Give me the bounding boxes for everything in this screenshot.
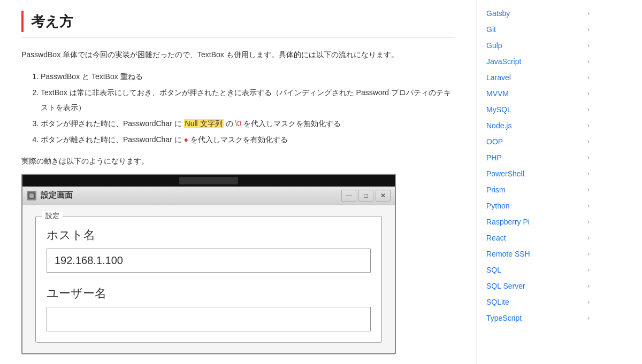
close-button[interactable]: ✕ <box>376 190 391 202</box>
sidebar-item[interactable]: SQL› <box>477 262 599 278</box>
sidebar-item-arrow: › <box>587 154 590 161</box>
sidebar-item-label: SQLite <box>486 298 509 306</box>
sidebar-item[interactable]: SQL Server› <box>477 278 599 294</box>
list-item: PasswdBox と TextBox 重ねる <box>41 69 455 84</box>
hostname-input[interactable] <box>47 249 371 273</box>
sidebar-item-arrow: › <box>587 90 590 97</box>
intro-text: PasswdBox 単体では今回の実装が困難だったので、TextBox も併用し… <box>21 49 455 61</box>
sidebar-item[interactable]: Raspberry Pi› <box>477 214 599 230</box>
sidebar-item[interactable]: MySQL› <box>477 102 599 118</box>
taskbar-bar <box>22 175 395 187</box>
svg-rect-1 <box>29 193 34 198</box>
dialog-window-controls: — □ ✕ <box>341 190 391 202</box>
sidebar-item-arrow: › <box>587 314 590 322</box>
list-item: TextBox は常に非表示にしておき、ボタンが押されたときに表示する（バインデ… <box>41 85 455 115</box>
sidebar-item-arrow: › <box>587 250 590 258</box>
sidebar-item[interactable]: Prism› <box>477 182 599 198</box>
step4-dot: ● <box>184 135 188 144</box>
sidebar-item-label: TypeScript <box>486 314 522 322</box>
sidebar-items-container: Gatsby›Git›Gulp›JavaScript›Laravel›MVVM›… <box>477 5 599 326</box>
sidebar-item-label: PowerShell <box>486 169 524 178</box>
step1-text: PasswdBox と TextBox 重ねる <box>41 72 143 81</box>
sidebar-item[interactable]: JavaScript› <box>477 53 599 69</box>
sidebar-item-arrow: › <box>587 26 590 33</box>
sidebar-item-label: SQL Server <box>486 282 525 290</box>
list-item: ボタンが離された時に、PasswordChar に ● を代入しマスクを有効化す… <box>41 132 455 147</box>
sidebar-item[interactable]: Node.js› <box>477 118 599 134</box>
sidebar-item-label: PHP <box>486 153 502 162</box>
sidebar-item-label: OOP <box>486 137 503 146</box>
step3-after: を代入しマスクを無効化する <box>243 119 341 128</box>
sidebar-item-arrow: › <box>587 10 590 17</box>
list-item: ボタンが押された時に、PasswordChar に Null 文字列 の \0 … <box>41 116 455 131</box>
sidebar-item-label: Prism <box>486 185 506 194</box>
dialog-mockup: 設定画面 — □ ✕ 設定 ホスト名 ユーザー名 <box>21 174 396 354</box>
sidebar-item-arrow: › <box>587 202 590 210</box>
sidebar-item-label: React <box>486 234 506 242</box>
sidebar-item[interactable]: OOP› <box>477 134 599 150</box>
sidebar-item-label: Laravel <box>486 73 511 82</box>
sidebar-item-arrow: › <box>587 74 590 81</box>
dialog-title: 設定画面 <box>41 190 341 200</box>
sidebar-item[interactable]: React› <box>477 230 599 246</box>
step4-before: ボタンが離された時に、PasswordChar に <box>41 135 182 144</box>
sidebar-item[interactable]: Remote SSH› <box>477 246 599 262</box>
heading-border-decoration <box>21 11 24 32</box>
sidebar-item[interactable]: PHP› <box>477 150 599 166</box>
sidebar-item[interactable]: Gatsby› <box>477 5 599 21</box>
fieldset-legend: 設定 <box>42 211 63 221</box>
dialog-titlebar: 設定画面 — □ ✕ <box>22 187 395 205</box>
hostname-label: ホスト名 <box>47 227 371 243</box>
sidebar-item[interactable]: Laravel› <box>477 69 599 86</box>
taskbar-thumb <box>179 177 238 184</box>
sidebar-item-arrow: › <box>587 266 590 274</box>
sidebar-item[interactable]: Git› <box>477 21 599 37</box>
step3-null-highlight: Null 文字列 <box>184 119 224 128</box>
step2-text: TextBox は常に非表示にしておき、ボタンが押されたときに表示する（バインデ… <box>41 88 451 112</box>
sidebar-item-arrow: › <box>587 282 590 290</box>
settings-fieldset: 設定 ホスト名 ユーザー名 <box>35 216 382 343</box>
sidebar-item-label: Node.js <box>486 121 511 130</box>
sidebar-item[interactable]: PowerShell› <box>477 166 599 182</box>
sidebar-item-arrow: › <box>587 298 590 306</box>
sidebar-item[interactable]: Gulp› <box>477 37 599 53</box>
sidebar-item[interactable]: TypeScript› <box>477 310 599 326</box>
sidebar-item-label: JavaScript <box>486 57 521 66</box>
minimize-button[interactable]: — <box>341 190 356 202</box>
section-heading: 考え方 <box>31 12 73 31</box>
step3-before: ボタンが押された時に、PasswordChar に <box>41 119 182 128</box>
sidebar-item-label: MySQL <box>486 105 511 114</box>
sidebar-item-arrow: › <box>587 106 590 113</box>
sidebar-item-label: Gulp <box>486 41 502 50</box>
sidebar-item-arrow: › <box>587 58 590 65</box>
step3-code: \0 <box>235 119 241 128</box>
sidebar-item[interactable]: MVVM› <box>477 86 599 102</box>
username-label: ユーザー名 <box>47 285 371 301</box>
steps-list: PasswdBox と TextBox 重ねる TextBox は常に非表示にし… <box>21 69 455 147</box>
main-content: 考え方 PasswdBox 単体では今回の実装が困難だったので、TextBox … <box>0 0 476 364</box>
sidebar-item[interactable]: SQLite› <box>477 294 599 310</box>
dialog-body: 設定 ホスト名 ユーザー名 <box>22 205 395 353</box>
demo-text: 実際の動きは以下のようになります。 <box>21 157 455 166</box>
sidebar-item-arrow: › <box>587 186 590 193</box>
sidebar-item-arrow: › <box>587 170 590 177</box>
sidebar-item-arrow: › <box>587 42 590 49</box>
sidebar-item-label: MVVM <box>486 89 509 98</box>
sidebar-item-label: Git <box>486 25 496 34</box>
sidebar-item[interactable]: Python› <box>477 198 599 214</box>
section-heading-wrapper: 考え方 <box>21 11 455 38</box>
maximize-button[interactable]: □ <box>358 190 373 202</box>
sidebar-item-label: Gatsby <box>486 9 510 18</box>
sidebar-item-label: Remote SSH <box>486 250 530 258</box>
step3-middle: の <box>226 119 235 128</box>
step4-after: を代入しマスクを有効化する <box>190 135 288 144</box>
username-input-placeholder[interactable] <box>47 307 371 331</box>
sidebar-item-arrow: › <box>587 234 590 242</box>
sidebar-item-label: Raspberry Pi <box>486 218 530 226</box>
sidebar-item-label: SQL <box>486 266 501 274</box>
sidebar-item-arrow: › <box>587 138 590 145</box>
sidebar-item-arrow: › <box>587 122 590 129</box>
sidebar-item-arrow: › <box>587 218 590 226</box>
sidebar-item-label: Python <box>486 202 510 210</box>
sidebar: Gatsby›Git›Gulp›JavaScript›Laravel›MVVM›… <box>476 0 599 364</box>
